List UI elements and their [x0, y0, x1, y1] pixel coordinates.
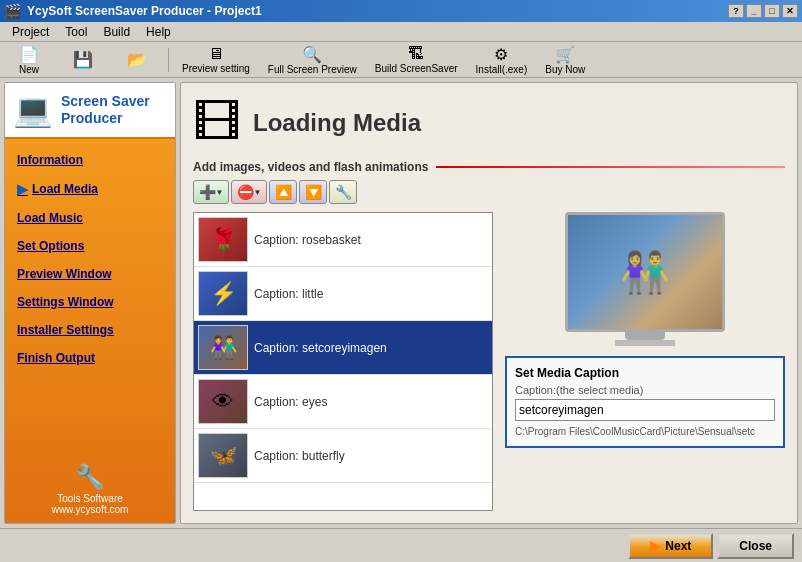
- thumbnail-butterfly: 🦋: [198, 433, 248, 478]
- caption-eyes: Caption: eyes: [254, 395, 327, 409]
- help-button[interactable]: ?: [728, 4, 744, 18]
- menu-project[interactable]: Project: [4, 23, 57, 41]
- thumbnail-flash: ⚡: [198, 271, 248, 316]
- monitor-screen: 👫: [568, 215, 722, 329]
- sidebar-item-load-music[interactable]: Load Music: [9, 205, 171, 231]
- toolbar-fullscreen-preview[interactable]: 🔍 Full Screen Preview: [261, 45, 364, 75]
- sidebar-item-installer-settings[interactable]: Installer Settings: [9, 317, 171, 343]
- title-bar: 🎬 YcySoft ScreenSaver Producer - Project…: [0, 0, 802, 22]
- sidebar-item-load-media[interactable]: ▶ Load Media: [9, 175, 171, 203]
- minus-icon: ⛔: [237, 184, 254, 200]
- menu-help[interactable]: Help: [138, 23, 179, 41]
- toolbar-sep1: [168, 48, 169, 72]
- content-title: Loading Media: [253, 109, 421, 137]
- caption-butterfly: Caption: butterfly: [254, 449, 345, 463]
- close-button-bottom[interactable]: Close: [717, 533, 794, 559]
- caption-panel-label: Caption:(the select media): [515, 384, 775, 396]
- toolbar-build-screensaver[interactable]: 🏗 Build ScreenSaver: [368, 45, 465, 75]
- action-buttons: ➕ ▼ ⛔ ▼ 🔼 🔽 🔧: [193, 180, 785, 204]
- add-media-button[interactable]: ➕ ▼: [193, 180, 229, 204]
- loading-media-icon: 🎞: [193, 95, 241, 150]
- toolbar-save[interactable]: 💾: [58, 45, 108, 75]
- sidebar: 💻 Screen Saver Producer Information ▶ Lo…: [4, 82, 176, 524]
- sidebar-item-preview-window[interactable]: Preview Window: [9, 261, 171, 287]
- wrench-icon: 🔧: [335, 184, 352, 200]
- caption-path: C:\Program Files\CoolMusicCard\Picture\S…: [515, 425, 775, 438]
- menu-build[interactable]: Build: [95, 23, 138, 41]
- maximize-button[interactable]: □: [764, 4, 780, 18]
- toolbar: 📄 New 💾 📂 🖥 Preview setting 🔍 Full Scree…: [0, 42, 802, 78]
- toolbar-new[interactable]: 📄 New: [4, 45, 54, 75]
- tools-icon: 🔧: [75, 463, 105, 491]
- move-down-button[interactable]: 🔽: [299, 180, 327, 204]
- thumbnail-eyes: 👁: [198, 379, 248, 424]
- caption-rosebasket: Caption: rosebasket: [254, 233, 361, 247]
- menu-tool[interactable]: Tool: [57, 23, 95, 41]
- caption-little: Caption: little: [254, 287, 323, 301]
- list-item[interactable]: 👁 Caption: eyes: [194, 375, 492, 429]
- thumbnail-rose: 🌹: [198, 217, 248, 262]
- sidebar-title: Screen Saver Producer: [61, 93, 150, 127]
- down-arrow-icon: 🔽: [305, 184, 322, 200]
- list-item[interactable]: ⚡ Caption: little: [194, 267, 492, 321]
- toolbar-open[interactable]: 📂: [112, 45, 162, 75]
- toolbar-preview-setting[interactable]: 🖥 Preview setting: [175, 45, 257, 75]
- remove-dropdown-arrow: ▼: [254, 188, 262, 197]
- toolbar-install[interactable]: ⚙ Install(.exe): [469, 45, 535, 75]
- section-line: [436, 166, 785, 168]
- monitor-stand: [615, 340, 675, 346]
- sidebar-item-information[interactable]: Information: [9, 147, 171, 173]
- list-item[interactable]: 👫 Caption: setcoreyimagen: [194, 321, 492, 375]
- monitor-preview: 👫: [505, 212, 785, 346]
- sidebar-item-settings-window[interactable]: Settings Window: [9, 289, 171, 315]
- sidebar-nav: Information ▶ Load Media Load Music Set …: [5, 139, 175, 455]
- caption-setcoreyimagen: Caption: setcoreyimagen: [254, 341, 387, 355]
- menu-bar: Project Tool Build Help: [0, 22, 802, 42]
- media-list: 🌹 Caption: rosebasket ⚡ Caption: little …: [193, 212, 493, 511]
- caption-panel-title: Set Media Caption: [515, 366, 775, 380]
- sidebar-item-finish-output[interactable]: Finish Output: [9, 345, 171, 371]
- up-arrow-icon: 🔼: [275, 184, 292, 200]
- sidebar-footer: 🔧 Tools Software www.ycysoft.com: [5, 455, 175, 523]
- add-dropdown-arrow: ▼: [216, 188, 224, 197]
- settings-button[interactable]: 🔧: [329, 180, 357, 204]
- list-item[interactable]: 🌹 Caption: rosebasket: [194, 213, 492, 267]
- thumbnail-couple: 👫: [198, 325, 248, 370]
- plus-icon: ➕: [199, 184, 216, 200]
- window-controls: ? _ □ ✕: [728, 4, 798, 18]
- content-header: 🎞 Loading Media: [193, 95, 785, 150]
- bottom-bar: ▶ Next Close: [0, 528, 802, 562]
- sidebar-header: 💻 Screen Saver Producer: [5, 83, 175, 139]
- logo-icon: 💻: [13, 91, 53, 129]
- active-arrow-icon: ▶: [17, 181, 28, 197]
- main-container: 💻 Screen Saver Producer Information ▶ Lo…: [0, 78, 802, 528]
- close-button[interactable]: ✕: [782, 4, 798, 18]
- toolbar-buy-now[interactable]: 🛒 Buy Now: [538, 45, 592, 75]
- monitor-base: [625, 332, 665, 340]
- window-title: YcySoft ScreenSaver Producer - Project1: [27, 4, 262, 18]
- minimize-button[interactable]: _: [746, 4, 762, 18]
- remove-media-button[interactable]: ⛔ ▼: [231, 180, 267, 204]
- preview-panel: 👫 Set Media Caption Caption:(the select …: [505, 212, 785, 511]
- next-arrow-icon: ▶: [650, 538, 661, 554]
- caption-panel: Set Media Caption Caption:(the select me…: [505, 356, 785, 448]
- media-content: 🌹 Caption: rosebasket ⚡ Caption: little …: [193, 212, 785, 511]
- monitor: 👫: [565, 212, 725, 332]
- list-item[interactable]: 🦋 Caption: butterfly: [194, 429, 492, 483]
- next-button[interactable]: ▶ Next: [628, 533, 713, 559]
- move-up-button[interactable]: 🔼: [269, 180, 297, 204]
- caption-input[interactable]: [515, 399, 775, 421]
- content-area: 🎞 Loading Media Add images, videos and f…: [180, 82, 798, 524]
- sidebar-item-set-options[interactable]: Set Options: [9, 233, 171, 259]
- section-label: Add images, videos and flash animations: [193, 160, 785, 174]
